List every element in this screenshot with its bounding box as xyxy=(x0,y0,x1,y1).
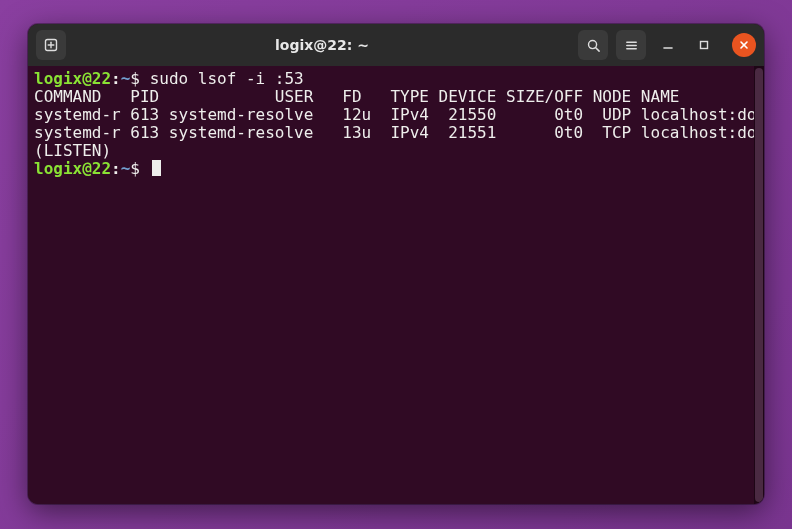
terminal-body-wrap: logix@22:~$ sudo lsof -i :53 COMMAND PID… xyxy=(28,66,764,504)
search-button[interactable] xyxy=(578,30,608,60)
window-title: logix@22: ~ xyxy=(66,37,578,53)
svg-rect-9 xyxy=(701,42,708,49)
prompt-user: logix@22 xyxy=(34,159,111,178)
prompt-path: ~ xyxy=(121,69,131,88)
command-text: sudo lsof -i :53 xyxy=(150,69,304,88)
hamburger-icon xyxy=(624,38,639,53)
output-row-2b: (LISTEN) xyxy=(34,141,111,160)
output-header: COMMAND PID USER FD TYPE DEVICE SIZE/OFF… xyxy=(34,87,679,106)
new-tab-icon xyxy=(43,37,59,53)
minimize-icon xyxy=(661,38,675,52)
titlebar: logix@22: ~ xyxy=(28,24,764,66)
output-row-1: systemd-r 613 systemd-resolve 12u IPv4 2… xyxy=(34,105,754,124)
menu-button[interactable] xyxy=(616,30,646,60)
search-icon xyxy=(586,38,601,53)
close-button[interactable] xyxy=(732,33,756,57)
maximize-button[interactable] xyxy=(690,30,718,60)
maximize-icon xyxy=(697,38,711,52)
prompt-colon: : xyxy=(111,69,121,88)
svg-line-4 xyxy=(595,47,598,50)
output-row-2: systemd-r 613 systemd-resolve 13u IPv4 2… xyxy=(34,123,754,142)
prompt-path: ~ xyxy=(121,159,131,178)
terminal-window: logix@22: ~ xyxy=(28,24,764,504)
close-icon xyxy=(739,40,749,50)
new-tab-button[interactable] xyxy=(36,30,66,60)
prompt-symbol: $ xyxy=(130,159,140,178)
cursor xyxy=(152,160,161,176)
scrollbar[interactable] xyxy=(754,66,764,504)
prompt-user: logix@22 xyxy=(34,69,111,88)
minimize-button[interactable] xyxy=(654,30,682,60)
prompt-colon: : xyxy=(111,159,121,178)
terminal-output[interactable]: logix@22:~$ sudo lsof -i :53 COMMAND PID… xyxy=(28,66,754,504)
scrollbar-thumb[interactable] xyxy=(755,68,763,502)
prompt-symbol: $ xyxy=(130,69,140,88)
